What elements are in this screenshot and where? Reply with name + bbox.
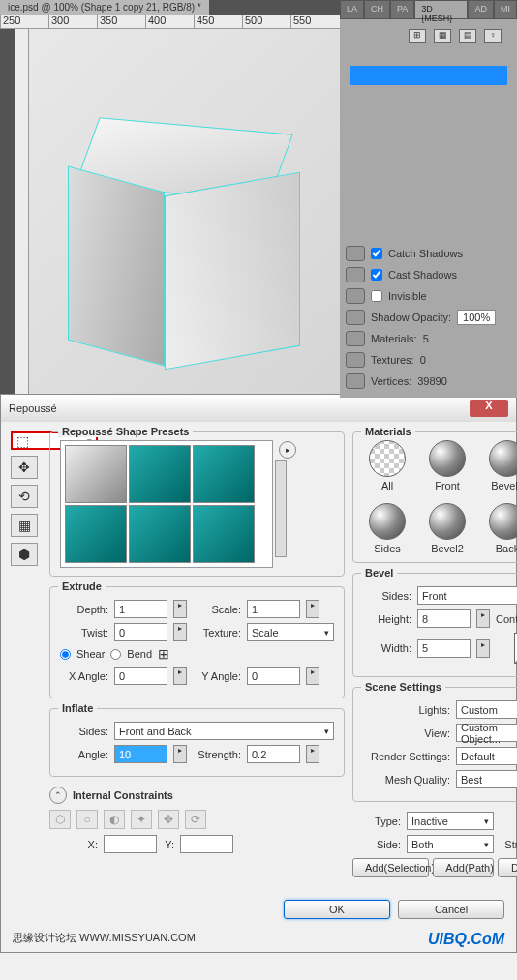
inflate-angle-spinner[interactable]: ▸ <box>173 745 187 763</box>
shear-label: Shear <box>76 648 105 660</box>
scale-input[interactable] <box>247 600 300 618</box>
xangle-input[interactable] <box>114 667 167 685</box>
view-icon-3[interactable]: ▤ <box>459 29 476 43</box>
preset-5[interactable] <box>129 505 191 563</box>
document-tab[interactable]: ice.psd @ 100% (Shape 1 copy 21, RGB/8) … <box>0 0 209 15</box>
twist-input[interactable] <box>114 623 167 641</box>
repousse-dialog: Repoussé X ⬚ ✥ ⟲ ▦ ⬢ Repoussé Shape Pres… <box>0 394 517 953</box>
tab-3d-mesh[interactable]: 3D {MESH} <box>414 0 468 19</box>
bevel-height-input[interactable] <box>417 609 471 628</box>
preset-3[interactable] <box>193 445 255 503</box>
tab-channels[interactable]: CH <box>364 0 390 19</box>
invisible-label: Invisible <box>388 290 427 302</box>
presets-menu-icon[interactable]: ▸ <box>279 441 296 459</box>
inflate-angle-input[interactable] <box>114 745 167 763</box>
tool-rotate[interactable]: ⟲ <box>11 485 38 508</box>
light-icon[interactable]: ♀ <box>484 29 502 43</box>
mat-bevel2[interactable] <box>429 503 466 540</box>
materials-icon <box>346 331 365 346</box>
ic-2[interactable]: ○ <box>76 810 98 829</box>
mesh-select[interactable]: Best <box>456 770 517 788</box>
presets-scrollbar[interactable] <box>275 460 287 557</box>
ic-1[interactable]: ⬡ <box>49 810 71 829</box>
ic-5[interactable]: ✥ <box>158 810 179 829</box>
bevel-sides-select[interactable]: Front <box>417 586 517 605</box>
tab-adjustments[interactable]: AD <box>468 0 494 19</box>
mat-sides[interactable] <box>369 503 406 540</box>
bevel-width-label: Width: <box>363 642 411 654</box>
ic-4[interactable]: ✦ <box>131 810 152 829</box>
bevel-height-spinner[interactable]: ▸ <box>476 609 490 628</box>
inflate-sides-select[interactable]: Front and Back <box>114 722 334 740</box>
tab-mi[interactable]: MI <box>494 0 517 19</box>
mat-back[interactable] <box>489 503 517 540</box>
preset-6[interactable] <box>193 505 255 563</box>
preset-1[interactable] <box>65 445 127 503</box>
view-icon-2[interactable]: ▦ <box>434 29 451 43</box>
ic-3[interactable]: ◐ <box>104 810 125 829</box>
ic-side-select: Both <box>407 835 494 853</box>
mat-bevel1[interactable] <box>489 440 517 477</box>
ic-6[interactable]: ⟳ <box>185 810 206 829</box>
selected-mesh-bar[interactable] <box>350 66 507 85</box>
view-icon-1[interactable]: ⊞ <box>409 29 426 43</box>
twist-spinner[interactable]: ▸ <box>173 623 187 641</box>
mat-front[interactable] <box>429 440 466 477</box>
contour-label: Contour: <box>496 613 517 625</box>
xangle-label: X Angle: <box>60 670 108 682</box>
depth-label: Depth: <box>60 604 108 615</box>
shadow-opacity-value[interactable]: 100% <box>457 310 496 325</box>
bevel-sides-label: Sides: <box>363 590 411 602</box>
panel-tabs: LA CH PA 3D {MESH} AD MI <box>340 0 517 19</box>
mesh-icon <box>346 246 365 261</box>
expand-icon[interactable]: ⌃ <box>49 787 67 804</box>
extrude-legend: Extrude <box>58 580 106 592</box>
yangle-label: Y Angle: <box>193 670 241 682</box>
lights-select[interactable]: Custom <box>456 700 517 719</box>
ic-type-select: Inactive <box>407 812 494 830</box>
xangle-spinner[interactable]: ▸ <box>173 667 187 685</box>
cube-3d-object[interactable] <box>68 126 300 358</box>
catch-shadows-checkbox[interactable] <box>371 248 382 259</box>
close-button[interactable]: X <box>470 400 508 417</box>
bend-radio[interactable] <box>110 649 121 660</box>
grid-icon[interactable]: ⊞ <box>158 646 169 662</box>
tool-object[interactable]: ⬢ <box>11 543 38 566</box>
shape-presets: ▸ <box>60 440 273 568</box>
tab-layers[interactable]: LA <box>340 0 364 19</box>
add-selection-button[interactable]: Add(Selection) <box>352 858 429 877</box>
texture-select[interactable]: Scale <box>247 623 334 641</box>
bevel-width-input[interactable] <box>417 639 471 658</box>
shear-radio[interactable] <box>60 649 71 660</box>
scale-spinner[interactable]: ▸ <box>306 600 319 618</box>
bevel-width-spinner[interactable]: ▸ <box>476 639 490 658</box>
tool-scale[interactable]: ▦ <box>11 514 38 537</box>
inflate-strength-input[interactable] <box>247 745 300 763</box>
constraints-legend: Internal Constraints <box>73 789 173 801</box>
add-path-button[interactable]: Add(Path) <box>433 858 494 877</box>
delete-button[interactable]: Delete <box>498 858 517 877</box>
textures-label: Textures: <box>371 354 414 366</box>
invisible-checkbox[interactable] <box>371 290 382 302</box>
view-select[interactable]: Custom Object... <box>456 724 517 742</box>
cast-shadows-checkbox[interactable] <box>371 269 382 281</box>
preset-4[interactable] <box>65 505 127 563</box>
yangle-input[interactable] <box>247 667 300 685</box>
render-select[interactable]: Default <box>456 747 517 765</box>
bevel-height-label: Height: <box>363 613 411 625</box>
ic-type-label: Type: <box>352 816 401 827</box>
depth-spinner[interactable]: ▸ <box>173 600 187 618</box>
tool-move[interactable]: ✥ <box>11 456 38 479</box>
tab-paths[interactable]: PA <box>390 0 414 19</box>
vertices-label: Vertices: <box>371 375 411 387</box>
canvas[interactable] <box>15 29 340 394</box>
ok-button[interactable]: OK <box>284 900 390 919</box>
textures-icon <box>346 352 365 368</box>
texture-label: Texture: <box>193 627 241 638</box>
yangle-spinner[interactable]: ▸ <box>306 667 319 685</box>
depth-input[interactable] <box>114 600 167 618</box>
cancel-button[interactable]: Cancel <box>398 900 504 919</box>
preset-2[interactable] <box>129 445 191 503</box>
mat-all[interactable] <box>369 440 406 477</box>
inflate-strength-spinner[interactable]: ▸ <box>306 745 319 763</box>
